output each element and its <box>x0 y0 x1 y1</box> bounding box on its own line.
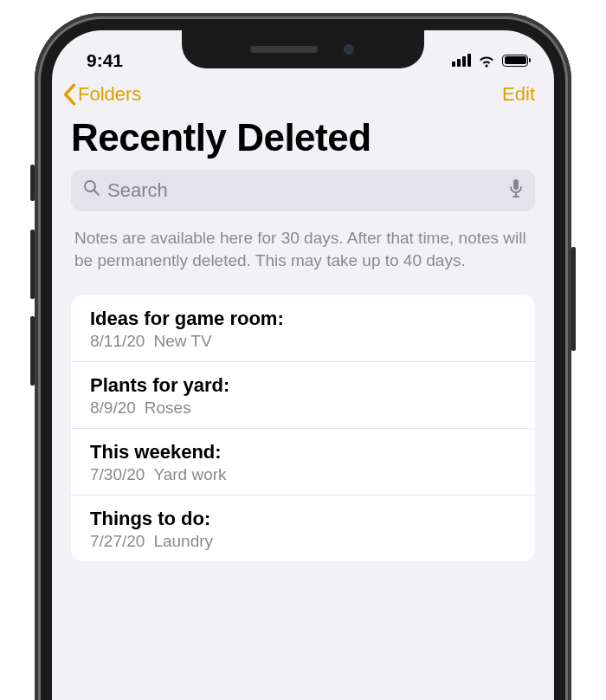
note-subtitle: 7/30/20Yard work <box>90 465 516 484</box>
microphone-icon[interactable] <box>509 178 523 203</box>
navigation-bar: Folders Edit <box>52 78 554 113</box>
front-camera <box>342 42 356 56</box>
phone-device: 9:41 Folders <box>35 13 571 700</box>
notes-list: Ideas for game room: 8/11/20New TV Plant… <box>71 295 535 561</box>
notch <box>182 30 424 68</box>
svg-rect-2 <box>513 179 519 190</box>
note-subtitle: 8/11/20New TV <box>90 332 516 351</box>
note-title: Things to do: <box>90 508 516 530</box>
search-field[interactable]: Search <box>71 170 535 211</box>
app-content: Folders Edit Recently Deleted Search Not… <box>52 78 554 700</box>
speaker-grill <box>250 46 318 53</box>
note-row[interactable]: This weekend: 7/30/20Yard work <box>71 429 535 496</box>
note-row[interactable]: Plants for yard: 8/9/20Roses <box>71 362 535 429</box>
wifi-icon <box>477 54 496 68</box>
battery-icon <box>502 55 528 67</box>
note-row[interactable]: Ideas for game room: 8/11/20New TV <box>71 295 535 362</box>
svg-point-0 <box>85 181 95 191</box>
info-text: Notes are available here for 30 days. Af… <box>52 211 554 295</box>
note-row[interactable]: Things to do: 7/27/20Laundry <box>71 496 535 561</box>
chevron-left-icon <box>62 83 76 106</box>
status-indicators <box>452 54 541 68</box>
note-title: Ideas for game room: <box>90 308 516 330</box>
note-subtitle: 7/27/20Laundry <box>90 532 516 551</box>
screen: 9:41 Folders <box>52 30 554 700</box>
status-time: 9:41 <box>87 50 123 71</box>
note-subtitle: 8/9/20Roses <box>90 399 516 418</box>
phone-frame: 9:41 Folders <box>35 13 571 700</box>
note-title: This weekend: <box>90 441 516 463</box>
cellular-signal-icon <box>452 54 471 67</box>
back-button[interactable]: Folders <box>62 83 141 106</box>
page-title: Recently Deleted <box>52 113 554 170</box>
edit-button[interactable]: Edit <box>502 83 535 106</box>
note-title: Plants for yard: <box>90 374 516 397</box>
power-button <box>571 247 576 351</box>
search-placeholder: Search <box>107 179 502 202</box>
search-icon <box>83 179 100 202</box>
svg-line-1 <box>94 191 99 195</box>
back-label: Folders <box>78 83 141 106</box>
